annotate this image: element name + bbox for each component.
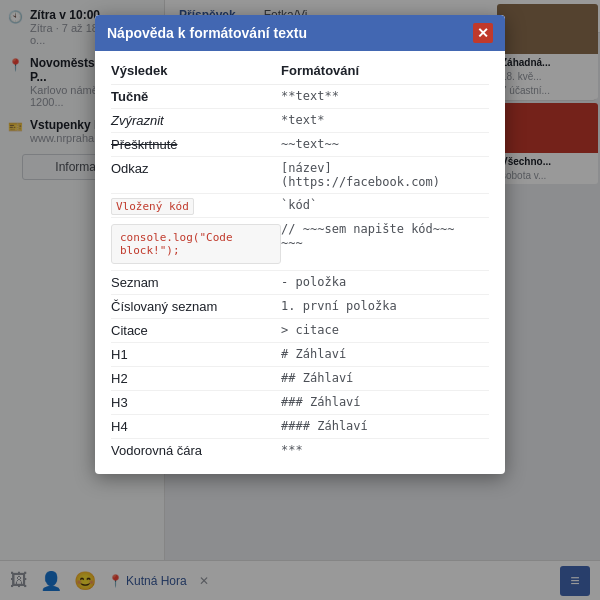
format-cell: **text** xyxy=(281,85,489,109)
modal-body: Výsledek Formátování Tučně**text**Zvýraz… xyxy=(95,51,505,474)
result-cell: Seznam xyxy=(111,271,281,295)
format-cell: ## Záhlaví xyxy=(281,367,489,391)
modal-close-button[interactable]: ✕ xyxy=(473,23,493,43)
col-format-header: Formátování xyxy=(281,63,489,85)
result-cell: H1 xyxy=(111,343,281,367)
result-cell: Přeškrtnuté xyxy=(111,133,281,157)
table-row: Vodorovná čára*** xyxy=(111,439,489,463)
format-cell: *** xyxy=(281,439,489,463)
result-cell: H2 xyxy=(111,367,281,391)
table-row: Přeškrtnuté~~text~~ xyxy=(111,133,489,157)
format-table: Výsledek Formátování Tučně**text**Zvýraz… xyxy=(111,63,489,462)
table-row: Tučně**text** xyxy=(111,85,489,109)
format-cell: - položka xyxy=(281,271,489,295)
format-cell: 1. první položka xyxy=(281,295,489,319)
result-cell: Citace xyxy=(111,319,281,343)
modal-title: Nápověda k formátování textu xyxy=(107,25,307,41)
format-help-modal: Nápověda k formátování textu ✕ Výsledek … xyxy=(95,15,505,474)
table-row: H4#### Záhlaví xyxy=(111,415,489,439)
result-cell: Číslovaný seznam xyxy=(111,295,281,319)
table-row: H2## Záhlaví xyxy=(111,367,489,391)
table-row: Odkaz[název](https://facebook.com) xyxy=(111,157,489,194)
result-cell: H3 xyxy=(111,391,281,415)
table-row: console.log("Code block!");// ~~~sem nap… xyxy=(111,218,489,271)
col-result-header: Výsledek xyxy=(111,63,281,85)
result-cell: Zvýraznit xyxy=(111,109,281,133)
table-row: H1# Záhlaví xyxy=(111,343,489,367)
modal-overlay: Nápověda k formátování textu ✕ Výsledek … xyxy=(0,0,600,600)
format-cell: # Záhlaví xyxy=(281,343,489,367)
format-cell: ~~text~~ xyxy=(281,133,489,157)
result-cell: Vložený kód xyxy=(111,194,281,218)
result-cell: Tučně xyxy=(111,85,281,109)
result-cell: Odkaz xyxy=(111,157,281,194)
table-row: Číslovaný seznam1. první položka xyxy=(111,295,489,319)
format-cell: [název](https://facebook.com) xyxy=(281,157,489,194)
table-row: Citace> citace xyxy=(111,319,489,343)
result-cell: H4 xyxy=(111,415,281,439)
format-cell: #### Záhlaví xyxy=(281,415,489,439)
table-row: H3### Záhlaví xyxy=(111,391,489,415)
modal-header: Nápověda k formátování textu ✕ xyxy=(95,15,505,51)
format-cell: // ~~~sem napište kód~~~~~~ xyxy=(281,218,489,271)
format-cell: > citace xyxy=(281,319,489,343)
format-cell: ### Záhlaví xyxy=(281,391,489,415)
table-row: Vložený kód`kód` xyxy=(111,194,489,218)
result-cell: console.log("Code block!"); xyxy=(111,218,281,271)
table-row: Zvýraznit*text* xyxy=(111,109,489,133)
format-cell: *text* xyxy=(281,109,489,133)
result-cell: Vodorovná čára xyxy=(111,439,281,463)
format-cell: `kód` xyxy=(281,194,489,218)
table-row: Seznam- položka xyxy=(111,271,489,295)
